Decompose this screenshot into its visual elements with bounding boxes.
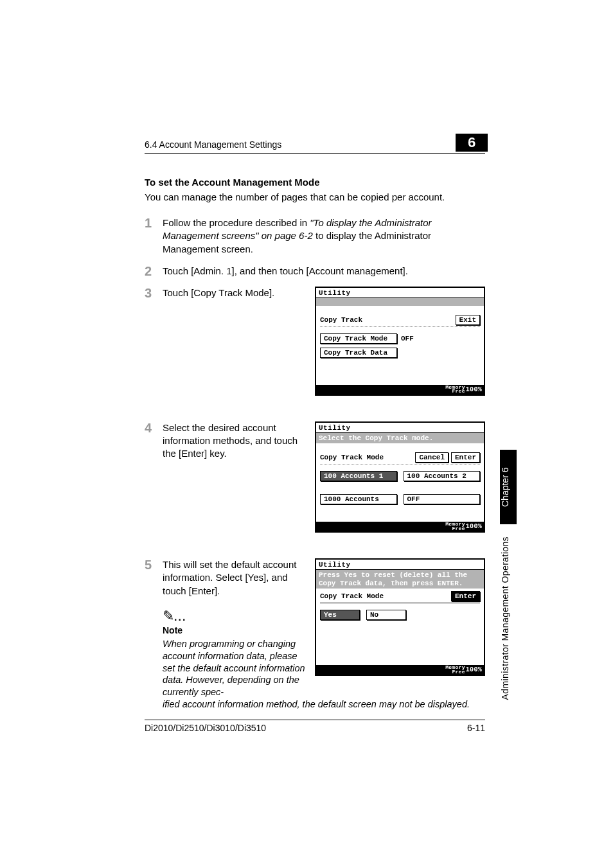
no-button[interactable]: No	[366, 610, 406, 620]
step-text: Follow the procedure described in "To di…	[163, 217, 485, 256]
note-icon: ✎...	[163, 609, 308, 623]
memory-value: 100%	[466, 523, 482, 530]
memory-label: Memory Free	[445, 522, 465, 531]
step-text-pre: Follow the procedure described in	[163, 217, 310, 228]
side-chapter-tab: Chapter 6	[500, 450, 517, 524]
memory-bar: Memory Free100%	[316, 385, 484, 394]
footer-model: Di2010/Di2510/Di3010/Di3510	[145, 723, 266, 733]
enter-button[interactable]: Enter	[451, 591, 480, 601]
step-text: Touch [Admin. 1], and then touch [Accoun…	[163, 265, 485, 278]
grey-strip	[316, 298, 484, 306]
yes-button[interactable]: Yes	[320, 610, 360, 620]
page-header: 6.4 Account Management Settings 6	[145, 139, 485, 154]
option-off[interactable]: OFF	[404, 494, 481, 504]
step-number: 4	[145, 421, 163, 434]
screen-title: Copy Track Mode	[320, 592, 384, 600]
step-text-main: This will set the default account inform…	[163, 559, 296, 596]
instruction-strip: Select the Copy Track mode.	[316, 433, 484, 444]
side-section-title: Administrator Management Operations	[500, 536, 517, 700]
option-100-accounts-2[interactable]: 100 Accounts 2	[404, 471, 481, 481]
utility-title: Utility	[316, 423, 484, 433]
step-text: Touch [Copy Track Mode].	[163, 287, 308, 299]
memory-label: Memory Free	[445, 385, 465, 394]
utility-screen-2: Utility Select the Copy Track mode. Copy…	[315, 421, 485, 533]
screen-title: Copy Track Mode	[320, 454, 384, 461]
page-footer: Di2010/Di2510/Di3010/Di3510 6-11	[145, 720, 485, 733]
cancel-button[interactable]: Cancel	[415, 452, 449, 463]
exit-button[interactable]: Exit	[456, 315, 480, 325]
intro-text: You can manage the number of pages that …	[145, 191, 485, 202]
enter-button[interactable]: Enter	[451, 452, 480, 463]
memory-label: Memory Free	[445, 666, 465, 674]
copy-track-data-button[interactable]: Copy Track Data	[320, 348, 397, 358]
memory-bar: Memory Free100%	[316, 665, 484, 675]
step-text: Select the desired account information m…	[163, 421, 308, 461]
section-title: To set the Account Management Mode	[145, 177, 485, 188]
footer-page: 6-11	[467, 723, 485, 733]
utility-screen-3: Utility Press Yes to reset (delete) all …	[315, 558, 485, 676]
note-title: Note	[163, 624, 308, 637]
step-text: This will set the default account inform…	[163, 558, 308, 698]
utility-title: Utility	[316, 560, 484, 570]
memory-value: 100%	[466, 667, 482, 674]
step-number: 2	[145, 265, 163, 278]
step-number: 3	[145, 287, 163, 299]
memory-value: 100%	[466, 386, 482, 393]
option-100-accounts-1[interactable]: 100 Accounts 1	[320, 471, 397, 481]
option-1000-accounts[interactable]: 1000 Accounts	[320, 494, 397, 504]
instruction-strip: Press Yes to reset (delete) all the Copy…	[316, 570, 484, 589]
step-number: 1	[145, 217, 163, 229]
utility-screen-1: Utility Copy Track Exit Copy Track Mode …	[315, 287, 485, 396]
memory-bar: Memory Free100%	[316, 522, 484, 531]
copy-track-mode-button[interactable]: Copy Track Mode	[320, 333, 397, 344]
note-body-1: When programming or changing account inf…	[163, 638, 308, 698]
step-number: 5	[145, 558, 163, 571]
note-body-2: ified account information method, the de…	[163, 698, 485, 711]
mode-state-label: OFF	[401, 335, 414, 342]
chapter-number-box: 6	[456, 134, 488, 152]
utility-title: Utility	[316, 288, 484, 298]
header-section-text: 6.4 Account Management Settings	[145, 139, 281, 150]
screen-title: Copy Track	[320, 316, 362, 324]
